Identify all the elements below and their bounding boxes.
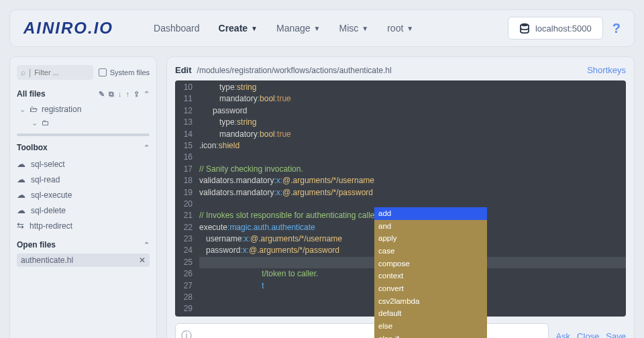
tool-label: sql-select bbox=[31, 160, 65, 169]
autocomplete-item[interactable]: else bbox=[374, 320, 487, 333]
new-file-icon[interactable]: ✎ bbox=[99, 90, 105, 99]
chevron-down-icon: ⌄ bbox=[32, 119, 38, 127]
autocomplete-item[interactable]: and bbox=[374, 220, 487, 233]
chevron-down-icon: ⌄ bbox=[19, 105, 25, 114]
file-toolbar: ✎ ⧉ ↓ ↑ ⇪ ⌃ bbox=[99, 90, 150, 99]
ask-button[interactable]: Ask bbox=[555, 331, 570, 338]
folder-open-icon: 🗁 bbox=[30, 105, 38, 114]
chevron-down-icon: ▼ bbox=[407, 25, 413, 32]
open-file-label: authenticate.hl bbox=[21, 256, 73, 265]
chevron-down-icon: ▼ bbox=[314, 25, 321, 32]
nav-dashboard[interactable]: Dashboard bbox=[154, 23, 200, 34]
tree-item-child[interactable]: ⌄ 🗀 bbox=[32, 116, 150, 129]
code-editor[interactable]: 10 type:string11 mandatory:bool:true12 p… bbox=[175, 80, 626, 317]
nav-misc[interactable]: Misc▼ bbox=[339, 23, 369, 34]
svg-point-0 bbox=[521, 23, 529, 26]
cloud-icon: ☁ bbox=[17, 190, 25, 200]
sidebar: ⌕ | System files All files ✎ ⧉ ↓ ↑ ⇪ ⌃ ⌄ bbox=[9, 56, 157, 338]
toolbox-item[interactable]: ☁sql-delete bbox=[17, 203, 150, 218]
system-files-label: System files bbox=[110, 68, 150, 76]
share-icon[interactable]: ⇪ bbox=[133, 90, 140, 99]
nav-manage-label: Manage bbox=[276, 23, 311, 34]
search-icon: ⌕ bbox=[21, 68, 25, 77]
toolbox-item[interactable]: ☁sql-execute bbox=[17, 187, 150, 203]
nav-root-label: root bbox=[387, 23, 403, 34]
database-icon bbox=[519, 23, 530, 34]
filter-input-wrapper[interactable]: ⌕ | bbox=[17, 65, 93, 80]
autocomplete-item[interactable]: default bbox=[374, 307, 487, 320]
autocomplete-item[interactable]: convert bbox=[374, 282, 487, 295]
tree-label: registration bbox=[42, 105, 81, 114]
brand-logo: AINIRO.IO bbox=[23, 19, 113, 38]
main-nav: Dashboard Create▼ Manage▼ Misc▼ root▼ bbox=[154, 23, 508, 34]
toolbox-item[interactable]: ☁sql-select bbox=[17, 156, 150, 172]
tool-label: sql-execute bbox=[31, 190, 72, 200]
chevron-down-icon: ▼ bbox=[251, 25, 258, 32]
autocomplete-item[interactable]: context bbox=[374, 270, 487, 282]
autocomplete-item[interactable]: add bbox=[374, 207, 487, 220]
autocomplete-item[interactable]: compose bbox=[374, 258, 487, 270]
cloud-icon: ☁ bbox=[17, 174, 25, 184]
nav-create[interactable]: Create▼ bbox=[219, 23, 258, 34]
save-button[interactable]: Save bbox=[606, 331, 626, 338]
autocomplete-item[interactable]: case bbox=[374, 245, 487, 258]
help-circle-icon: ⓘ bbox=[181, 329, 192, 338]
file-path: /modules/registration/workflows/actions/… bbox=[197, 66, 582, 75]
new-folder-icon[interactable]: ⧉ bbox=[109, 90, 114, 99]
file-tree: ⌄ 🗁 registration ⌄ 🗀 bbox=[19, 103, 150, 129]
tree-item-registration[interactable]: ⌄ 🗁 registration bbox=[19, 103, 150, 116]
folder-icon: 🗀 bbox=[42, 118, 50, 127]
tool-label: sql-delete bbox=[31, 206, 66, 215]
nav-create-label: Create bbox=[219, 23, 248, 34]
checkbox-icon bbox=[99, 68, 107, 76]
edit-label: Edit bbox=[175, 65, 192, 75]
all-files-heading: All files bbox=[17, 89, 46, 99]
help-button[interactable]: ? bbox=[612, 21, 621, 36]
tool-label: sql-read bbox=[31, 175, 60, 184]
nav-manage[interactable]: Manage▼ bbox=[276, 23, 321, 34]
prompt-input[interactable]: ⓘ bbox=[175, 323, 549, 338]
close-button[interactable]: Close bbox=[577, 331, 599, 338]
toolbox-item[interactable]: ☁sql-read bbox=[17, 172, 150, 187]
editor-panel: Edit /modules/registration/workflows/act… bbox=[166, 56, 635, 338]
autocomplete-item[interactable]: csv2lambda bbox=[374, 295, 487, 308]
filter-input[interactable] bbox=[34, 68, 89, 76]
chevron-down-icon: ▼ bbox=[362, 25, 368, 32]
shortkeys-link[interactable]: Shortkeys bbox=[587, 65, 626, 75]
open-files-heading: Open files bbox=[17, 240, 56, 249]
toolbox-heading: Toolbox bbox=[17, 143, 48, 152]
cloud-icon: ☁ bbox=[17, 205, 25, 215]
open-file-item[interactable]: authenticate.hl ✕ bbox=[17, 253, 150, 267]
server-label: localhost:5000 bbox=[535, 23, 592, 34]
autocomplete-popup[interactable]: addandapplycasecomposecontextconvertcsv2… bbox=[374, 207, 487, 338]
collapse-icon[interactable]: ⌃ bbox=[144, 144, 150, 152]
redirect-icon: ⇆ bbox=[17, 221, 24, 231]
system-files-toggle[interactable]: System files bbox=[99, 68, 150, 76]
toolbox-list: ☁sql-select☁sql-read☁sql-execute☁sql-del… bbox=[17, 156, 150, 233]
scrollbar[interactable] bbox=[17, 133, 150, 136]
cloud-icon: ☁ bbox=[17, 159, 25, 169]
nav-root[interactable]: root▼ bbox=[387, 23, 413, 34]
tool-label: http-redirect bbox=[30, 221, 72, 231]
upload-icon[interactable]: ↑ bbox=[126, 90, 130, 99]
collapse-icon[interactable]: ⌃ bbox=[144, 241, 150, 249]
nav-misc-label: Misc bbox=[339, 23, 359, 34]
topbar: AINIRO.IO Dashboard Create▼ Manage▼ Misc… bbox=[9, 9, 635, 47]
close-icon[interactable]: ✕ bbox=[139, 256, 146, 265]
download-icon[interactable]: ↓ bbox=[118, 90, 122, 99]
autocomplete-item[interactable]: else-if bbox=[374, 333, 487, 338]
toolbox-item[interactable]: ⇆http-redirect bbox=[17, 218, 150, 233]
collapse-icon[interactable]: ⌃ bbox=[144, 90, 150, 99]
autocomplete-item[interactable]: apply bbox=[374, 232, 487, 245]
pipe-divider: | bbox=[29, 68, 31, 77]
server-selector[interactable]: localhost:5000 bbox=[508, 17, 603, 40]
